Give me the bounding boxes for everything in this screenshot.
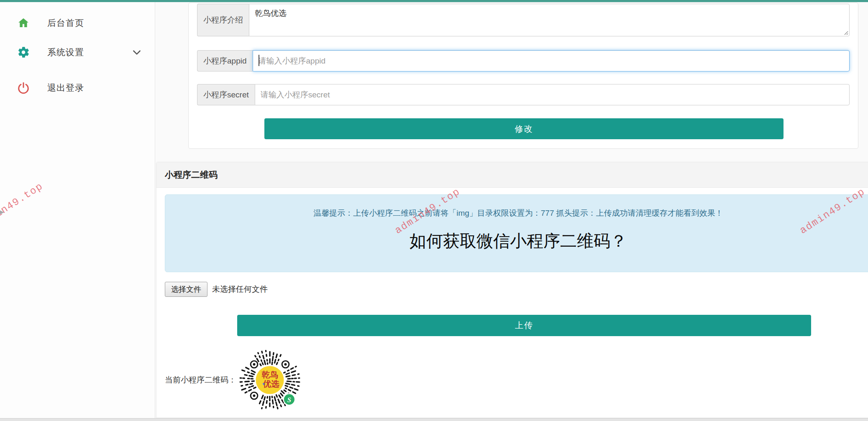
power-icon — [17, 81, 30, 94]
qr-eye-top-left — [251, 361, 258, 368]
current-qrcode-row: 当前小程序二维码： 乾鸟 — [165, 349, 301, 411]
main-content: 小程序介绍 乾鸟优选 小程序appid 小程序secret 修改 — [156, 2, 868, 418]
sidebar-item-logout[interactable]: 退出登录 — [0, 75, 155, 100]
svg-text:S: S — [287, 396, 291, 404]
file-status-text: 未选择任何文件 — [212, 284, 268, 295]
text-caret — [259, 55, 259, 66]
qr-eye-bottom-left — [251, 392, 258, 399]
sidebar-item-label: 退出登录 — [47, 82, 84, 94]
field-intro: 小程序介绍 乾鸟优选 — [197, 4, 850, 36]
qrcode-panel: 小程序二维码 温馨提示：上传小程序二维码之前请将「img」目录权限设置为：777… — [156, 162, 868, 418]
sidebar: 后台首页 系统设置 退出登录 — [0, 2, 155, 418]
alert-tip-text: 温馨提示：上传小程序二维码之前请将「img」目录权限设置为：777 抓头提示：上… — [165, 208, 868, 219]
miniprogram-settings-card: 小程序介绍 乾鸟优选 小程序appid 小程序secret 修改 — [188, 3, 858, 149]
upload-button[interactable]: 上传 — [237, 315, 811, 336]
modify-button[interactable]: 修改 — [264, 118, 784, 139]
sidebar-item-label: 后台首页 — [47, 17, 84, 29]
field-appid: 小程序appid — [197, 50, 850, 71]
current-qrcode-label: 当前小程序二维码： — [165, 375, 236, 385]
qr-heart-accent: ♥ — [262, 382, 265, 386]
home-icon — [17, 16, 30, 30]
field-secret: 小程序secret — [197, 84, 850, 105]
intro-textarea[interactable]: 乾鸟优选 — [249, 4, 850, 36]
gear-icon — [17, 46, 30, 59]
page-bottom-strip — [0, 418, 868, 421]
qr-eye-top-right — [282, 361, 289, 368]
page: 后台首页 系统设置 退出登录 ▶ 小程序介绍 乾鸟优选 — [0, 0, 868, 421]
file-input-row: 选择文件 未选择任何文件 — [165, 282, 268, 297]
sidebar-collapse-arrow-icon[interactable]: ▶ — [0, 208, 4, 216]
choose-file-button[interactable]: 选择文件 — [165, 282, 207, 297]
chevron-down-icon — [131, 47, 142, 58]
how-to-get-qrcode-link[interactable]: 如何获取微信小程序二维码？ — [410, 230, 627, 253]
wechat-miniprogram-badge: S — [284, 394, 295, 406]
top-accent-bar — [0, 0, 868, 2]
appid-input[interactable] — [253, 50, 850, 71]
qr-code: 乾鸟 优选 ♥ S — [239, 349, 301, 411]
field-secret-label: 小程序secret — [197, 84, 255, 105]
sidebar-item-home[interactable]: 后台首页 — [0, 10, 155, 36]
secret-input[interactable] — [255, 84, 850, 105]
sidebar-item-label: 系统设置 — [47, 46, 84, 58]
field-appid-label: 小程序appid — [197, 50, 253, 71]
qrcode-panel-heading: 小程序二维码 — [156, 162, 868, 188]
field-intro-label: 小程序介绍 — [197, 4, 249, 36]
sidebar-item-settings[interactable]: 系统设置 — [0, 40, 155, 65]
qrcode-panel-title: 小程序二维码 — [165, 169, 218, 181]
info-alert: 温馨提示：上传小程序二维码之前请将「img」目录权限设置为：777 抓头提示：上… — [165, 194, 868, 272]
